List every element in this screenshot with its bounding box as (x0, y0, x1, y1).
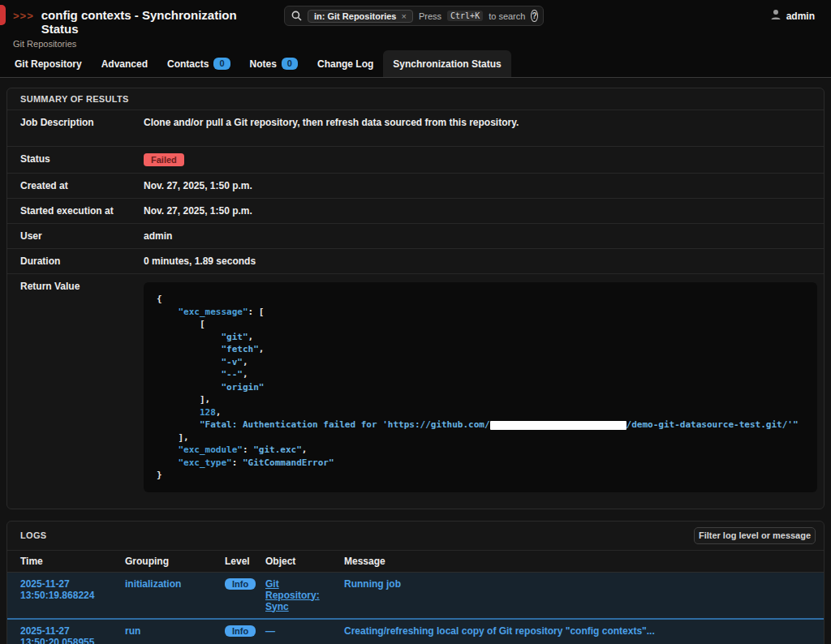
row-value: Clone and/or pull a Git repository, then… (144, 117, 817, 128)
col-time: Time (7, 550, 112, 572)
summary-panel-title: SUMMARY OF RESULTS (7, 88, 824, 109)
log-grouping: run (112, 619, 212, 644)
search-icon (291, 11, 302, 21)
row-label: Return Value (20, 281, 144, 292)
tab-advanced[interactable]: Advanced (92, 50, 157, 77)
row-label: Duration (20, 255, 144, 267)
redaction-box (490, 421, 626, 430)
row-value: 0 minutes, 1.89 seconds (144, 255, 817, 267)
table-row: Status Failed (7, 146, 824, 173)
log-grouping: initialization (112, 572, 212, 619)
tab-contacts[interactable]: Contacts 0 (157, 50, 239, 77)
help-icon[interactable]: ? (531, 10, 537, 22)
return-value-code-block: { "exc_message": [ [ "git", "fetch", "-v… (144, 282, 817, 492)
col-message: Message (331, 550, 824, 572)
search-hint-suffix: to search (489, 11, 525, 21)
search-scope-chip[interactable]: in: Git Repositories × (308, 10, 413, 23)
log-object-link[interactable]: Git Repository: Sync (265, 578, 320, 612)
close-icon[interactable]: × (401, 11, 406, 21)
edge-red-pill[interactable] (0, 5, 6, 25)
table-row: Duration 0 minutes, 1.89 seconds (7, 248, 824, 273)
row-value: Nov. 27, 2025, 1:50 p.m. (144, 205, 817, 217)
row-label: Job Description (20, 117, 144, 128)
level-badge-info: Info (225, 625, 256, 637)
table-row: 2025-11-27 13:50:20.058955 run Info — Cr… (7, 619, 824, 644)
tab-git-repository[interactable]: Git Repository (5, 50, 92, 77)
ctrl-k-kbd: Ctrl+K (447, 11, 483, 21)
table-row: Job Description Clone and/or pull a Git … (7, 109, 824, 146)
global-search-input[interactable]: in: Git Repositories × Press Ctrl+K to s… (284, 6, 544, 26)
logs-table: Time Grouping Level Object Message 2025-… (7, 550, 824, 644)
table-row: Started execution at Nov. 27, 2025, 1:50… (7, 198, 824, 223)
user-name: admin (786, 11, 815, 22)
page-title: config contexts - Synchronization Status (41, 8, 260, 36)
table-row: 2025-11-27 13:50:19.868224 initializatio… (7, 572, 824, 619)
tab-notes[interactable]: Notes 0 (240, 50, 308, 77)
row-label: Status (20, 153, 144, 165)
row-label: Started execution at (20, 205, 144, 217)
user-icon (770, 9, 781, 23)
table-row: User admin (7, 223, 824, 248)
status-badge: Failed (144, 153, 184, 166)
row-value: admin (144, 230, 817, 242)
log-time: 2025-11-27 13:50:20.058955 (7, 619, 112, 644)
row-label: User (20, 230, 144, 242)
log-filter-input[interactable] (694, 527, 816, 544)
main-content: SUMMARY OF RESULTS Job Description Clone… (0, 78, 831, 644)
tab-synchronization-status[interactable]: Synchronization Status (383, 50, 510, 77)
table-row: Return Value { "exc_message": [ [ "git",… (7, 273, 824, 509)
notes-count-badge: 0 (282, 58, 298, 70)
col-object: Object (252, 550, 331, 572)
log-message: Running job (331, 572, 824, 619)
col-level: Level (212, 550, 252, 572)
summary-panel: SUMMARY OF RESULTS Job Description Clone… (6, 88, 825, 509)
level-badge-info: Info (225, 578, 256, 590)
search-hint-press: Press (419, 11, 441, 21)
table-row: Created at Nov. 27, 2025, 1:50 p.m. (7, 173, 824, 198)
user-menu[interactable]: admin (770, 9, 815, 23)
row-value: Nov. 27, 2025, 1:50 p.m. (144, 180, 817, 191)
breadcrumb[interactable]: Git Repositories (13, 39, 76, 49)
logs-panel-title: LOGS (20, 530, 46, 540)
top-navbar: >>> config contexts - Synchronization St… (0, 0, 831, 50)
log-object-dash: — (252, 619, 331, 644)
breadcrumb-chevrons-icon: >>> (13, 9, 34, 23)
contacts-count-badge: 0 (213, 58, 230, 70)
log-time: 2025-11-27 13:50:19.868224 (7, 572, 112, 619)
logs-panel: LOGS Time Grouping Level Object Message (6, 521, 825, 644)
search-scope-label: in: Git Repositories (314, 11, 396, 21)
col-grouping: Grouping (112, 550, 212, 572)
tab-change-log[interactable]: Change Log (308, 50, 383, 77)
logs-header-row: Time Grouping Level Object Message (7, 550, 824, 572)
row-label: Created at (20, 180, 144, 191)
detail-tabs: Git Repository Advanced Contacts 0 Notes… (0, 50, 831, 78)
log-message: Creating/refreshing local copy of Git re… (331, 619, 824, 644)
